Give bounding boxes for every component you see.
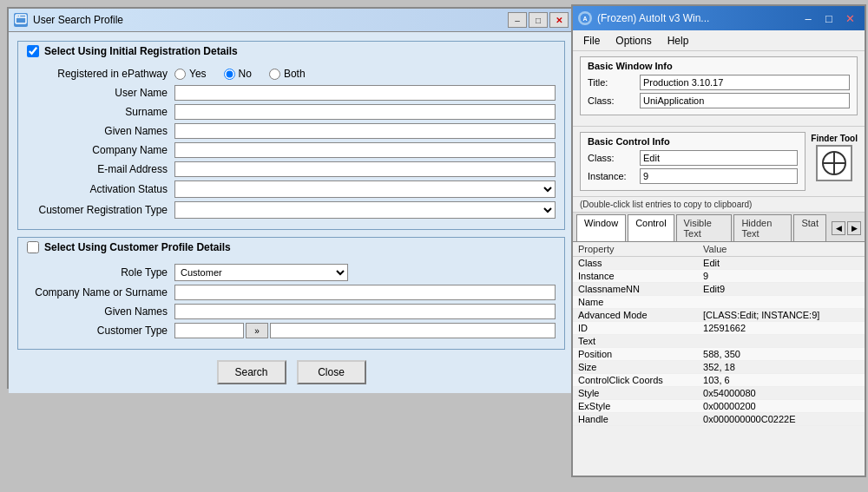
svg-point-2	[16, 16, 18, 17]
right-minimize-button[interactable]: –	[799, 10, 818, 26]
control-class-field[interactable]	[640, 150, 798, 166]
autoit-icon: A	[578, 11, 592, 25]
tab-next-button[interactable]: ▶	[847, 221, 861, 235]
menu-options[interactable]: Options	[608, 33, 658, 49]
tab-prev-button[interactable]: ◀	[832, 221, 845, 235]
window-class-field[interactable]	[640, 93, 850, 108]
table-row[interactable]: Text	[573, 335, 865, 348]
tab-window[interactable]: Window	[576, 214, 626, 241]
email-row: E-mail Address	[27, 161, 556, 177]
property-cell: Position	[573, 348, 698, 361]
finder-icon[interactable]	[816, 145, 852, 181]
basic-window-info-group: Basic Window Info Title: Class:	[580, 56, 858, 115]
table-row[interactable]: Style0x54000080	[573, 387, 865, 400]
property-cell: ClassnameNN	[573, 283, 698, 296]
role-type-select[interactable]: Customer	[174, 264, 348, 281]
email-input[interactable]	[174, 161, 556, 177]
control-instance-row: Instance:	[588, 168, 798, 184]
properties-table-container[interactable]: Property Value ClassEditInstance9Classna…	[573, 242, 865, 476]
value-cell: 588, 350	[698, 348, 865, 361]
table-row[interactable]: Handle0x000000000C0222E	[573, 413, 865, 426]
radio-both-label: Both	[284, 68, 306, 80]
finder-tool-area: Finder Tool	[811, 134, 858, 181]
radio-no-option[interactable]: No	[224, 68, 252, 80]
radio-both-option[interactable]: Both	[269, 68, 306, 80]
radio-both[interactable]	[269, 69, 280, 80]
role-type-row: Role Type Customer	[27, 264, 556, 281]
username-input[interactable]	[174, 85, 556, 101]
window-title-field[interactable]	[640, 75, 850, 90]
table-row[interactable]: ExStyle0x00000200	[573, 400, 865, 413]
radio-no[interactable]	[224, 69, 235, 80]
role-type-label: Role Type	[27, 266, 174, 279]
customer-type-arrow-button[interactable]: »	[246, 323, 268, 338]
tab-bar: Window Control Visible Text Hidden Text …	[573, 213, 865, 242]
registered-label: Registered in ePathway	[27, 68, 174, 80]
value-cell: [CLASS:Edit; INSTANCE:9]	[698, 309, 865, 322]
svg-text:A: A	[582, 16, 587, 22]
right-close-button[interactable]: ✕	[840, 10, 859, 26]
company-surname-input[interactable]	[174, 285, 556, 300]
tab-visible-text[interactable]: Visible Text	[676, 214, 733, 241]
surname-input[interactable]	[174, 104, 556, 120]
section1-checkbox[interactable]	[27, 45, 39, 57]
finder-crosshair	[822, 151, 846, 175]
value-cell	[698, 296, 865, 309]
table-row[interactable]: Advanced Mode[CLASS:Edit; INSTANCE:9]	[573, 309, 865, 322]
hint-text: (Double-click list entries to copy to cl…	[573, 197, 865, 213]
menu-help[interactable]: Help	[661, 33, 696, 49]
maximize-button[interactable]: □	[529, 12, 548, 28]
finder-tool-label: Finder Tool	[811, 134, 858, 143]
property-cell: ControlClick Coords	[573, 374, 698, 387]
given-names-input[interactable]	[174, 123, 556, 139]
table-row[interactable]: Size352, 18	[573, 361, 865, 374]
table-row[interactable]: ClassEdit	[573, 257, 865, 270]
minimize-button[interactable]: –	[508, 12, 527, 28]
property-cell: Instance	[573, 270, 698, 283]
table-row[interactable]: Position588, 350	[573, 348, 865, 361]
close-button[interactable]: Close	[297, 360, 366, 384]
svg-point-3	[19, 16, 21, 17]
activation-select[interactable]	[174, 180, 556, 198]
section2-checkbox[interactable]	[27, 241, 39, 253]
customer-type-right-input[interactable]	[270, 323, 556, 338]
control-info-row: Basic Control Info Class: Instance: Find…	[573, 127, 865, 197]
window-icon	[14, 13, 28, 27]
value-cell	[698, 335, 865, 348]
value-cell: 103, 6	[698, 374, 865, 387]
company-name-input[interactable]	[174, 142, 556, 158]
menu-file[interactable]: File	[576, 33, 607, 49]
property-cell: Name	[573, 296, 698, 309]
radio-yes[interactable]	[174, 69, 186, 80]
window-content: Select Using Initial Registration Detail…	[9, 32, 574, 393]
close-window-button[interactable]: ✕	[549, 12, 569, 28]
given-names2-row: Given Names	[27, 304, 556, 319]
customer-type-left-input[interactable]	[174, 323, 244, 338]
table-row[interactable]: Instance9	[573, 270, 865, 283]
given-names2-input[interactable]	[174, 304, 556, 319]
control-instance-field[interactable]	[640, 168, 798, 184]
window-title: User Search Profile	[33, 14, 123, 26]
button-row: Search Close	[17, 360, 565, 384]
table-row[interactable]: ClassnameNNEdit9	[573, 283, 865, 296]
table-row[interactable]: ID12591662	[573, 322, 865, 335]
reg-type-select[interactable]	[174, 201, 556, 219]
reg-type-row: Customer Registration Type	[27, 201, 556, 219]
tab-stat[interactable]: Stat	[793, 214, 826, 241]
menu-bar: File Options Help	[573, 30, 865, 51]
tab-control[interactable]: Control	[628, 214, 674, 241]
table-row[interactable]: ControlClick Coords103, 6	[573, 374, 865, 387]
tab-hidden-text[interactable]: Hidden Text	[733, 214, 792, 241]
right-title-left: A (Frozen) AutoIt v3 Win...	[578, 11, 709, 25]
section2-box: Select Using Customer Profile Details Ro…	[17, 237, 565, 350]
radio-yes-option[interactable]: Yes	[174, 68, 207, 80]
col-value: Value	[698, 242, 865, 257]
right-maximize-button[interactable]: □	[819, 10, 838, 26]
control-class-row: Class:	[588, 150, 798, 166]
value-cell: 0x00000200	[698, 400, 865, 413]
search-button[interactable]: Search	[217, 360, 286, 384]
company-name-label: Company Name	[27, 144, 174, 156]
table-row[interactable]: Name	[573, 296, 865, 309]
basic-window-info-title: Basic Window Info	[588, 61, 850, 71]
username-label: User Name	[27, 87, 174, 99]
